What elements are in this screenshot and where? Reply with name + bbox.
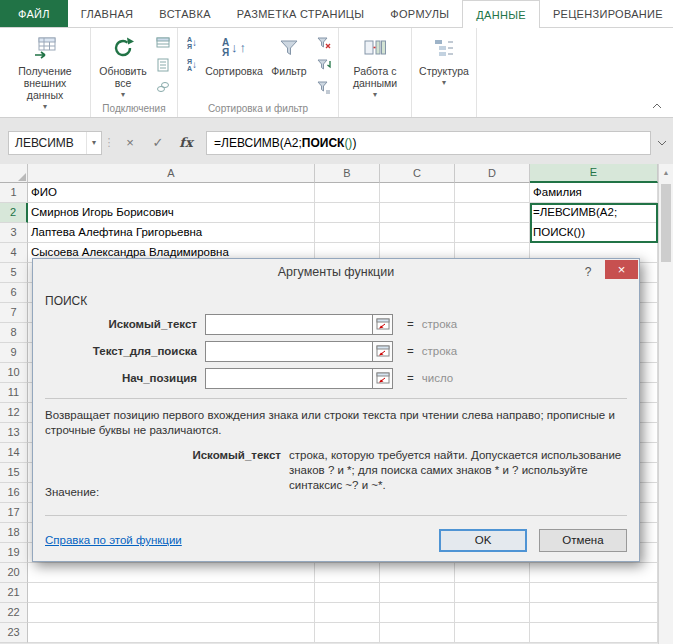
cell-d22[interactable] [455,603,530,623]
data-tools-button[interactable]: Работа с данными ▾ [342,29,408,101]
row-header-15[interactable]: 15 [0,463,28,483]
formula-input[interactable]: =ЛЕВСИМВ(A2;ПОИСК()) [206,131,651,155]
row-header-1[interactable]: 1 [0,183,28,203]
cell-b2[interactable] [315,203,380,223]
cell-c1[interactable] [380,183,455,203]
ribbon-collapse-button[interactable] [650,100,664,112]
confirm-entry-button[interactable]: ✓ [144,131,172,155]
cancel-button[interactable]: Отмена [539,529,627,552]
row-header-20[interactable]: 20 [0,563,28,583]
cell-e21[interactable] [530,583,658,603]
column-header-c[interactable]: C [380,164,455,183]
filter-button[interactable]: Фильтр [265,29,313,77]
cell-c21[interactable] [380,583,455,603]
cell-a2[interactable]: Смирнов Игорь Борисович [28,203,315,223]
select-all-corner[interactable] [0,164,28,183]
get-external-data-button[interactable]: Получение внешних данных ▾ [3,29,87,113]
outline-button[interactable]: Структура ▾ [415,29,473,89]
ribbon-tab-6[interactable]: РЕЦЕНЗИРОВАНИЕ [540,0,673,27]
insert-function-button[interactable]: fx [172,131,200,155]
vertical-scrollbar[interactable]: ▲ [658,164,673,644]
ribbon-tab-0[interactable]: ФАЙЛ [0,0,68,27]
dialog-titlebar[interactable]: Аргументы функции ? × [33,259,639,286]
cell-a1[interactable]: ФИО [28,183,315,203]
cell-a22[interactable] [28,603,315,623]
column-header-d[interactable]: D [455,164,530,183]
cell-e2[interactable]: =ЛЕВСИМВ(A2; [530,203,658,223]
cell-a20[interactable] [28,563,315,583]
sort-ascending-button[interactable]: АЯ↓ [182,33,202,52]
scrollbar-thumb[interactable] [661,184,671,262]
sort-descending-button[interactable]: ЯА↓ [182,55,202,74]
cell-b3[interactable] [315,223,380,243]
argument-input-2[interactable] [205,341,373,362]
scroll-up-arrow[interactable]: ▲ [659,164,673,181]
row-header-11[interactable]: 11 [0,383,28,403]
cell-e23[interactable] [530,623,658,643]
ribbon-tab-1[interactable]: ГЛАВНАЯ [68,0,147,27]
ribbon-tab-5[interactable]: ДАННЫЕ [462,0,540,28]
row-header-22[interactable]: 22 [0,603,28,623]
cell-c3[interactable] [380,223,455,243]
row-header-12[interactable]: 12 [0,403,28,423]
cell-d20[interactable] [455,563,530,583]
row-header-8[interactable]: 8 [0,323,28,343]
cancel-entry-button[interactable]: × [116,131,144,155]
ribbon-tab-3[interactable]: РАЗМЕТКА СТРАНИЦЫ [224,0,378,27]
row-header-13[interactable]: 13 [0,423,28,443]
column-header-e[interactable]: E [530,164,658,183]
dialog-help-button[interactable]: ? [577,263,599,281]
row-header-4[interactable]: 4 [0,243,28,263]
cell-e20[interactable] [530,563,658,583]
reapply-filter-button[interactable] [314,55,334,74]
cell-a23[interactable] [28,623,315,643]
ribbon-tab-2[interactable]: ВСТАВКА [146,0,223,27]
ok-button[interactable]: OK [439,529,527,552]
properties-button[interactable] [153,55,173,74]
cell-b23[interactable] [315,623,380,643]
clear-filter-button[interactable] [314,33,334,52]
row-header-3[interactable]: 3 [0,223,28,243]
cell-d1[interactable] [455,183,530,203]
cell-c20[interactable] [380,563,455,583]
name-box-dropdown-icon[interactable]: ▾ [86,132,101,154]
cell-b22[interactable] [315,603,380,623]
cell-b21[interactable] [315,583,380,603]
cell-a3[interactable]: Лаптева Алефтина Григорьевна [28,223,315,243]
cell-b1[interactable] [315,183,380,203]
row-header-16[interactable]: 16 [0,483,28,503]
row-header-6[interactable]: 6 [0,283,28,303]
function-help-link[interactable]: Справка по этой функции [45,534,182,546]
row-header-18[interactable]: 18 [0,523,28,543]
column-header-b[interactable]: B [315,164,380,183]
name-box[interactable]: ЛЕВСИМВ ▾ [8,131,102,155]
cell-c22[interactable] [380,603,455,623]
cell-b20[interactable] [315,563,380,583]
cell-e22[interactable] [530,603,658,623]
range-selector-button-2[interactable] [373,341,393,362]
dialog-close-button[interactable]: × [605,260,638,279]
row-header-9[interactable]: 9 [0,343,28,363]
column-header-a[interactable]: A [28,164,315,183]
row-header-19[interactable]: 19 [0,543,28,563]
cell-d3[interactable] [455,223,530,243]
range-selector-button-1[interactable] [373,314,393,335]
ribbon-tab-4[interactable]: ФОРМУЛЫ [377,0,462,27]
cell-e3[interactable]: ПОИСК()) [530,223,658,243]
cell-e1[interactable]: Фамилия [530,183,658,203]
cell-a21[interactable] [28,583,315,603]
edit-links-button[interactable] [153,77,173,96]
cell-d2[interactable] [455,203,530,223]
row-header-14[interactable]: 14 [0,443,28,463]
cell-c23[interactable] [380,623,455,643]
cell-d23[interactable] [455,623,530,643]
formula-bar-expand-button[interactable] [651,131,673,155]
row-header-21[interactable]: 21 [0,583,28,603]
refresh-all-button[interactable]: Обновить все ▾ [94,29,152,101]
row-header-5[interactable]: 5 [0,263,28,283]
sort-button[interactable]: АЯ↓↑ Сортировка [203,29,265,77]
connections-button[interactable] [153,33,173,52]
row-header-2[interactable]: 2 [0,203,28,223]
row-header-10[interactable]: 10 [0,363,28,383]
row-header-23[interactable]: 23 [0,623,28,643]
